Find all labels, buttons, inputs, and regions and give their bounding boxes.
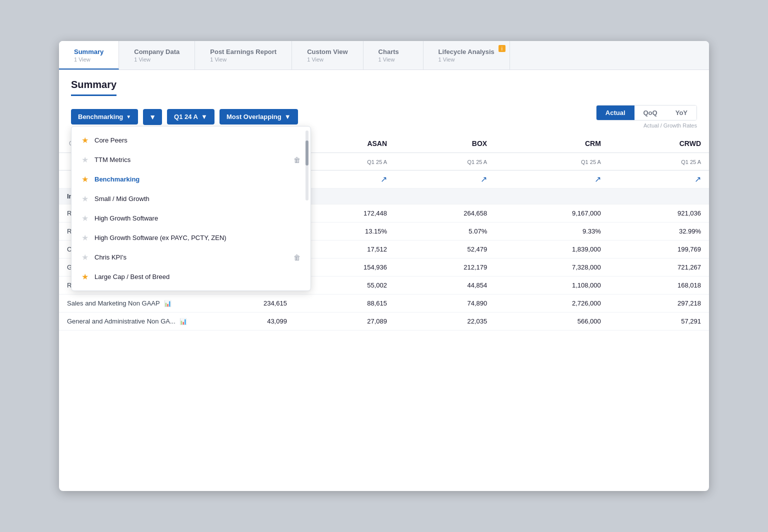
dropdown-item-label-core-peers: Core Peers: [94, 136, 300, 144]
cogs-crm: 1,839,000: [495, 240, 609, 258]
dropdown-item-core-peers[interactable]: ★ Core Peers: [72, 130, 310, 150]
tab-custom-view[interactable]: Custom View 1 View: [292, 41, 363, 70]
tabs-bar: Summary 1 View Company Data 1 View Post …: [59, 41, 709, 70]
ga-crwd: 57,291: [609, 312, 709, 330]
table-row-ga: General and Administrative Non GA... 📊 4…: [59, 312, 709, 330]
gp-crm: 7,328,000: [495, 258, 609, 276]
page-title: Summary: [71, 79, 116, 96]
gp-crwd: 721,267: [609, 258, 709, 276]
row-label-ga: General and Administrative Non GA... 📊: [59, 312, 195, 330]
ga-box: 22,035: [395, 312, 495, 330]
tab-custom-view-title: Custom View: [307, 48, 348, 56]
cogs-box: 52,479: [395, 240, 495, 258]
dropdown-item-label-benchmarking: Benchmarking: [94, 176, 300, 183]
link-crwd[interactable]: ↗: [609, 170, 709, 188]
growth-rates-label: Actual / Growth Rates: [644, 122, 697, 128]
rev-growth-box: 5.07%: [395, 222, 495, 240]
benchmarking-button[interactable]: Benchmarking ▼: [71, 109, 138, 124]
toolbar: Benchmarking ▼ ▼ Q1 24 A ▼ Most Overlapp…: [59, 96, 709, 134]
table-row-sm: Sales and Marketing Non GAAP 📊 234,615 8…: [59, 294, 709, 312]
tab-company-data-sub: 1 View: [134, 56, 180, 62]
ga-rng: 43,099: [195, 312, 295, 330]
star-icon-ttm-metrics: ★: [82, 155, 88, 164]
tab-company-data-title: Company Data: [134, 48, 180, 56]
tab-company-data[interactable]: Company Data 1 View: [119, 41, 195, 70]
rd-box: 44,854: [395, 276, 495, 294]
period-button[interactable]: Q1 24 A ▼: [167, 109, 214, 124]
dropdown-item-label-small-mid: Small / Mid Growth: [94, 195, 300, 202]
tab-post-earnings-sub: 1 View: [210, 56, 276, 62]
crm-period: Q1 25 A: [503, 159, 601, 165]
overlap-label: Most Overlapping: [226, 113, 282, 120]
external-link-asan[interactable]: ↗: [380, 175, 387, 184]
tab-charts-sub: 1 View: [378, 56, 408, 62]
yoy-button[interactable]: YoY: [666, 106, 696, 120]
box-ticker: BOX: [472, 140, 487, 148]
col-header-crm: CRM: [495, 134, 609, 153]
overlap-button[interactable]: Most Overlapping ▼: [220, 109, 298, 124]
star-icon-benchmarking: ★: [82, 174, 88, 184]
dropdown-item-label-large-cap: Large Cap / Best of Breed: [94, 273, 300, 280]
tab-lifecycle-title: Lifecycle Analysis: [438, 48, 494, 56]
star-icon-chris-kpis: ★: [82, 252, 88, 262]
dropdown-item-chris-kpis[interactable]: ★ Chris KPI's 🗑: [72, 248, 310, 267]
star-icon-core-peers: ★: [82, 136, 88, 145]
chart-icon-ga[interactable]: 📊: [180, 318, 187, 325]
external-link-crm[interactable]: ↗: [594, 175, 601, 184]
crm-ticker: CRM: [585, 140, 601, 148]
tab-charts-title: Charts: [378, 48, 408, 56]
star-icon-high-growth-ex: ★: [82, 233, 88, 242]
trash-icon-chris-kpis[interactable]: 🗑: [294, 254, 300, 262]
dropdown-item-label-high-growth-ex: High Growth Software (ex PAYC, PCTY, ZEN…: [94, 234, 300, 242]
view-mode-buttons: Actual QoQ YoY: [596, 105, 697, 120]
col-period-crm: Q1 25 A: [495, 153, 609, 170]
dropdown-item-label-ttm-metrics: TTM Metrics: [94, 156, 288, 164]
dropdown-item-label-high-growth: High Growth Software: [94, 214, 300, 222]
tab-custom-view-sub: 1 View: [307, 56, 348, 62]
period-label: Q1 24 A: [174, 113, 198, 120]
col-header-box: BOX: [395, 134, 495, 153]
qoq-button[interactable]: QoQ: [634, 106, 666, 120]
external-link-crwd[interactable]: ↗: [694, 175, 701, 184]
rd-crwd: 168,018: [609, 276, 709, 294]
lifecycle-badge: i: [498, 45, 506, 52]
tab-summary-sub: 1 View: [74, 56, 104, 62]
revenue-crwd: 921,036: [609, 204, 709, 222]
link-crm[interactable]: ↗: [495, 170, 609, 188]
page-header: Summary: [59, 70, 709, 96]
tab-lifecycle[interactable]: Lifecycle Analysis 1 View i: [424, 41, 510, 70]
dropdown-item-ttm-metrics[interactable]: ★ TTM Metrics 🗑: [72, 150, 310, 170]
app-container: Summary 1 View Company Data 1 View Post …: [59, 41, 709, 491]
revenue-box: 264,658: [395, 204, 495, 222]
revenue-crm: 9,167,000: [495, 204, 609, 222]
rev-growth-crm: 9.33%: [495, 222, 609, 240]
toolbar-right: Actual QoQ YoY Actual / Growth Rates: [596, 105, 697, 128]
external-link-box[interactable]: ↗: [480, 175, 487, 184]
sm-crm: 2,726,000: [495, 294, 609, 312]
tab-charts[interactable]: Charts 1 View: [364, 41, 424, 70]
crwd-ticker: CRWD: [680, 140, 701, 148]
dropdown-item-large-cap[interactable]: ★ Large Cap / Best of Breed: [72, 267, 310, 286]
asan-period: Q1 25 A: [303, 159, 387, 165]
overlap-caret-icon: ▼: [284, 113, 291, 120]
benchmarking-caret-icon: ▼: [126, 114, 131, 120]
chart-icon-sm[interactable]: 📊: [164, 300, 172, 307]
sm-rng: 234,615: [195, 294, 295, 312]
dropdown-item-small-mid[interactable]: ★ Small / Mid Growth: [72, 189, 310, 208]
ga-asan: 27,089: [295, 312, 395, 330]
dropdown-item-high-growth[interactable]: ★ High Growth Software: [72, 208, 310, 228]
tab-summary[interactable]: Summary 1 View: [59, 41, 119, 70]
link-box[interactable]: ↗: [395, 170, 495, 188]
sm-asan: 88,615: [295, 294, 395, 312]
filter-icon: ▼: [149, 113, 156, 121]
filter-button[interactable]: ▼: [143, 109, 162, 125]
trash-icon-ttm-metrics[interactable]: 🗑: [294, 156, 300, 164]
actual-button[interactable]: Actual: [596, 106, 634, 120]
star-icon-large-cap: ★: [82, 272, 88, 282]
gp-box: 212,179: [395, 258, 495, 276]
dropdown-item-benchmarking[interactable]: ★ Benchmarking: [72, 170, 310, 189]
tab-post-earnings[interactable]: Post Earnings Report 1 View: [195, 41, 292, 70]
star-icon-small-mid: ★: [82, 194, 88, 204]
benchmarking-dropdown: ★ Core Peers ★ TTM Metrics 🗑 ★ Benchmark…: [71, 126, 311, 291]
dropdown-item-high-growth-ex[interactable]: ★ High Growth Software (ex PAYC, PCTY, Z…: [72, 228, 310, 248]
